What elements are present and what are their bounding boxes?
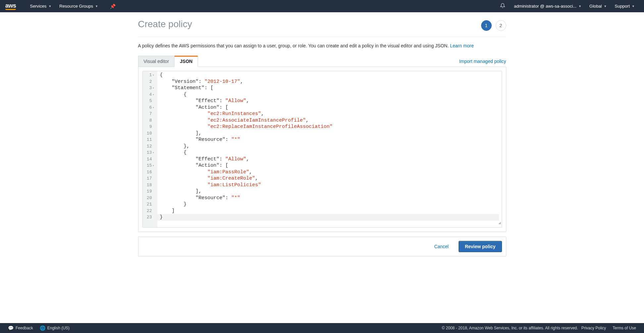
caret-down-icon: ▼	[578, 5, 581, 8]
editor-panel: 1▾2 3▾4▾5 6▾7 8 9 10 11 12 13▾14 15▾16 1…	[138, 67, 506, 232]
caret-down-icon: ▼	[604, 5, 607, 8]
page-header: Create policy 1 2	[138, 19, 506, 37]
editor-tabs: Visual editor JSON	[138, 56, 198, 67]
review-policy-button[interactable]: Review policy	[459, 241, 502, 252]
tab-visual-editor[interactable]: Visual editor	[138, 56, 175, 67]
resource-groups-label: Resource Groups	[59, 4, 93, 9]
page-description: A policy defines the AWS permissions tha…	[138, 37, 506, 56]
aws-logo[interactable]: aws	[5, 3, 16, 10]
support-menu[interactable]: Support ▼	[611, 4, 639, 9]
resize-handle-icon[interactable]: ◢	[498, 220, 501, 227]
account-menu[interactable]: administrator @ aws-sa-associ... ▼	[510, 4, 585, 9]
actions-panel: Cancel Review policy	[138, 237, 506, 256]
tab-json[interactable]: JSON	[174, 56, 198, 67]
notifications-icon[interactable]	[495, 3, 510, 10]
caret-down-icon: ▼	[95, 5, 98, 8]
aws-logo-swoosh	[5, 9, 16, 10]
step-1[interactable]: 1	[481, 20, 492, 31]
json-editor[interactable]: 1▾2 3▾4▾5 6▾7 8 9 10 11 12 13▾14 15▾16 1…	[142, 71, 502, 228]
services-label: Services	[30, 4, 47, 9]
account-label: administrator @ aws-sa-associ...	[514, 4, 576, 9]
top-navbar: aws Services ▼ Resource Groups ▼ 📌 admin…	[0, 0, 644, 12]
region-menu[interactable]: Global ▼	[585, 4, 611, 9]
aws-logo-text: aws	[5, 3, 16, 9]
description-text: A policy defines the AWS permissions tha…	[138, 43, 450, 48]
resource-groups-menu[interactable]: Resource Groups ▼	[55, 4, 102, 9]
main-container: Create policy 1 2 A policy defines the A…	[138, 12, 506, 256]
code-area[interactable]: { "Version": "2012-10-17", "Statement": …	[157, 71, 502, 227]
caret-down-icon: ▼	[632, 5, 635, 8]
learn-more-link[interactable]: Learn more	[450, 43, 474, 48]
region-label: Global	[589, 4, 602, 9]
line-gutter: 1▾2 3▾4▾5 6▾7 8 9 10 11 12 13▾14 15▾16 1…	[143, 71, 157, 227]
cancel-button[interactable]: Cancel	[430, 241, 453, 252]
step-2[interactable]: 2	[496, 20, 506, 31]
wizard-steps: 1 2	[481, 20, 506, 31]
tabs-row: Visual editor JSON Import managed policy	[138, 56, 506, 67]
support-label: Support	[615, 4, 630, 9]
services-menu[interactable]: Services ▼	[26, 4, 56, 9]
pin-icon[interactable]: 📌	[106, 4, 120, 9]
import-managed-policy-link[interactable]: Import managed policy	[459, 59, 506, 64]
page-title: Create policy	[138, 19, 192, 29]
caret-down-icon: ▼	[48, 5, 51, 8]
